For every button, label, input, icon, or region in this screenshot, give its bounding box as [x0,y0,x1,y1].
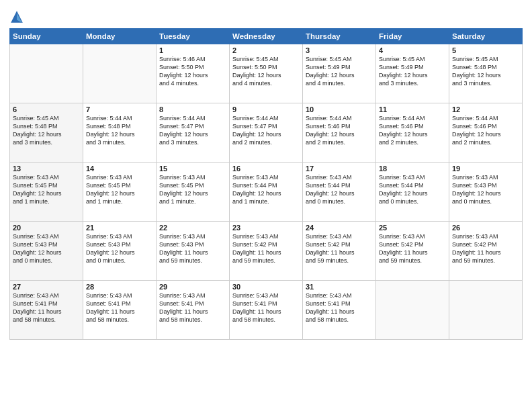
day-number: 30 [232,283,300,291]
empty-cell [83,44,157,103]
day-number: 25 [379,224,446,232]
week-row-5: 27Sunrise: 5:43 AMSunset: 5:41 PMDayligh… [10,281,523,340]
calendar-col-saturday: Saturday [449,29,523,44]
day-number: 28 [86,283,153,291]
day-number: 5 [452,46,519,54]
day-number: 17 [306,165,373,173]
day-info: Sunrise: 5:43 AMSunset: 5:41 PMDaylight:… [306,291,373,324]
day-info: Sunrise: 5:43 AMSunset: 5:44 PMDaylight:… [232,173,300,206]
day-info: Sunrise: 5:43 AMSunset: 5:43 PMDaylight:… [13,232,80,265]
day-info: Sunrise: 5:45 AMSunset: 5:49 PMDaylight:… [306,55,373,88]
day-number: 11 [379,105,446,113]
day-info: Sunrise: 5:43 AMSunset: 5:44 PMDaylight:… [306,173,373,206]
day-cell-1: 1Sunrise: 5:46 AMSunset: 5:50 PMDaylight… [157,44,230,103]
calendar-header-row: SundayMondayTuesdayWednesdayThursdayFrid… [10,29,523,44]
day-cell-6: 6Sunrise: 5:45 AMSunset: 5:48 PMDaylight… [10,103,83,163]
calendar-col-friday: Friday [376,29,449,44]
day-number: 12 [452,105,519,113]
day-info: Sunrise: 5:43 AMSunset: 5:43 PMDaylight:… [452,173,519,206]
day-info: Sunrise: 5:43 AMSunset: 5:43 PMDaylight:… [159,232,226,265]
day-cell-16: 16Sunrise: 5:43 AMSunset: 5:44 PMDayligh… [230,163,303,222]
day-cell-4: 4Sunrise: 5:45 AMSunset: 5:49 PMDaylight… [376,44,449,103]
day-number: 22 [159,224,226,232]
day-number: 4 [379,46,446,54]
day-number: 31 [306,283,373,291]
day-cell-13: 13Sunrise: 5:43 AMSunset: 5:45 PMDayligh… [10,163,83,222]
calendar-col-thursday: Thursday [303,29,376,44]
day-info: Sunrise: 5:44 AMSunset: 5:46 PMDaylight:… [452,114,519,147]
day-number: 20 [13,224,80,232]
week-row-2: 6Sunrise: 5:45 AMSunset: 5:48 PMDaylight… [10,103,523,163]
day-cell-9: 9Sunrise: 5:44 AMSunset: 5:47 PMDaylight… [230,103,303,163]
calendar-col-monday: Monday [83,29,157,44]
day-cell-22: 22Sunrise: 5:43 AMSunset: 5:43 PMDayligh… [157,222,230,281]
day-number: 23 [232,224,300,232]
day-number: 16 [232,165,300,173]
day-info: Sunrise: 5:43 AMSunset: 5:42 PMDaylight:… [379,232,446,265]
day-cell-17: 17Sunrise: 5:43 AMSunset: 5:44 PMDayligh… [303,163,376,222]
day-info: Sunrise: 5:43 AMSunset: 5:43 PMDaylight:… [86,232,153,265]
day-number: 24 [306,224,373,232]
day-cell-15: 15Sunrise: 5:43 AMSunset: 5:45 PMDayligh… [157,163,230,222]
calendar-col-wednesday: Wednesday [230,29,303,44]
day-cell-14: 14Sunrise: 5:43 AMSunset: 5:45 PMDayligh… [83,163,157,222]
day-info: Sunrise: 5:43 AMSunset: 5:41 PMDaylight:… [159,291,226,324]
day-info: Sunrise: 5:45 AMSunset: 5:48 PMDaylight:… [13,114,80,147]
page: SundayMondayTuesdayWednesdayThursdayFrid… [0,0,532,411]
day-number: 8 [159,105,226,113]
day-info: Sunrise: 5:44 AMSunset: 5:48 PMDaylight:… [86,114,153,147]
day-info: Sunrise: 5:46 AMSunset: 5:50 PMDaylight:… [159,55,226,88]
day-cell-24: 24Sunrise: 5:43 AMSunset: 5:42 PMDayligh… [303,222,376,281]
day-info: Sunrise: 5:43 AMSunset: 5:42 PMDaylight:… [306,232,373,265]
day-number: 19 [452,165,519,173]
day-number: 9 [232,105,300,113]
calendar-col-sunday: Sunday [10,29,83,44]
day-info: Sunrise: 5:43 AMSunset: 5:41 PMDaylight:… [13,291,80,324]
day-number: 26 [452,224,519,232]
day-cell-27: 27Sunrise: 5:43 AMSunset: 5:41 PMDayligh… [10,281,83,340]
day-number: 27 [13,283,80,291]
day-cell-5: 5Sunrise: 5:45 AMSunset: 5:48 PMDaylight… [449,44,523,103]
day-info: Sunrise: 5:43 AMSunset: 5:45 PMDaylight:… [159,173,226,206]
day-info: Sunrise: 5:43 AMSunset: 5:42 PMDaylight:… [232,232,300,265]
day-cell-20: 20Sunrise: 5:43 AMSunset: 5:43 PMDayligh… [10,222,83,281]
day-number: 15 [159,165,226,173]
day-cell-19: 19Sunrise: 5:43 AMSunset: 5:43 PMDayligh… [449,163,523,222]
week-row-1: 1Sunrise: 5:46 AMSunset: 5:50 PMDaylight… [10,44,523,103]
empty-cell [10,44,83,103]
day-number: 18 [379,165,446,173]
day-cell-18: 18Sunrise: 5:43 AMSunset: 5:44 PMDayligh… [376,163,449,222]
day-number: 1 [159,46,226,54]
week-row-3: 13Sunrise: 5:43 AMSunset: 5:45 PMDayligh… [10,163,523,222]
day-number: 10 [306,105,373,113]
empty-cell [376,281,449,340]
day-cell-29: 29Sunrise: 5:43 AMSunset: 5:41 PMDayligh… [157,281,230,340]
day-number: 14 [86,165,153,173]
day-cell-25: 25Sunrise: 5:43 AMSunset: 5:42 PMDayligh… [376,222,449,281]
calendar: SundayMondayTuesdayWednesdayThursdayFrid… [9,28,523,340]
day-info: Sunrise: 5:43 AMSunset: 5:42 PMDaylight:… [452,232,519,265]
day-number: 2 [232,46,300,54]
day-number: 7 [86,105,153,113]
day-cell-26: 26Sunrise: 5:43 AMSunset: 5:42 PMDayligh… [449,222,523,281]
day-number: 21 [86,224,153,232]
day-info: Sunrise: 5:44 AMSunset: 5:47 PMDaylight:… [232,114,300,147]
day-cell-7: 7Sunrise: 5:44 AMSunset: 5:48 PMDaylight… [83,103,157,163]
day-cell-8: 8Sunrise: 5:44 AMSunset: 5:47 PMDaylight… [157,103,230,163]
day-number: 29 [159,283,226,291]
day-info: Sunrise: 5:43 AMSunset: 5:45 PMDaylight:… [13,173,80,206]
day-cell-30: 30Sunrise: 5:43 AMSunset: 5:41 PMDayligh… [230,281,303,340]
empty-cell [449,281,523,340]
day-info: Sunrise: 5:45 AMSunset: 5:50 PMDaylight:… [232,55,300,88]
day-cell-23: 23Sunrise: 5:43 AMSunset: 5:42 PMDayligh… [230,222,303,281]
day-number: 13 [13,165,80,173]
day-cell-3: 3Sunrise: 5:45 AMSunset: 5:49 PMDaylight… [303,44,376,103]
logo-icon [9,9,24,24]
day-cell-12: 12Sunrise: 5:44 AMSunset: 5:46 PMDayligh… [449,103,523,163]
day-cell-28: 28Sunrise: 5:43 AMSunset: 5:41 PMDayligh… [83,281,157,340]
day-info: Sunrise: 5:44 AMSunset: 5:46 PMDaylight:… [306,114,373,147]
logo [9,9,26,24]
day-cell-21: 21Sunrise: 5:43 AMSunset: 5:43 PMDayligh… [83,222,157,281]
day-info: Sunrise: 5:44 AMSunset: 5:47 PMDaylight:… [159,114,226,147]
day-cell-31: 31Sunrise: 5:43 AMSunset: 5:41 PMDayligh… [303,281,376,340]
